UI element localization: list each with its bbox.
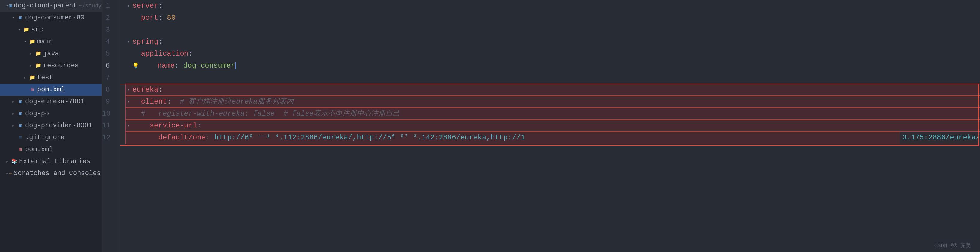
line-num-1: 1: [102, 0, 115, 12]
code-line-4: ▾ spring:: [126, 36, 980, 48]
sidebar-label: .gitignore: [25, 133, 65, 143]
sidebar-item-gitignore[interactable]: ≡ .gitignore: [0, 132, 102, 144]
project-sidebar: ▣ dog-cloud-parent ~/study/ideaStudy/ide…: [0, 0, 102, 252]
fold-spacer: [126, 51, 131, 57]
line-num-3: 3: [102, 24, 115, 36]
fold-btn-9[interactable]: ▾: [126, 99, 131, 105]
chevron-icon: [6, 157, 11, 166]
scratch-icon: ✏️: [9, 171, 12, 177]
editor-content: 1 2 3 4 5 6 7 8 9 10 11 12 ▾ server:: [102, 0, 980, 252]
module-icon: ▣: [18, 111, 23, 117]
sidebar-label: External Libraries: [19, 157, 91, 166]
chevron-icon: [12, 109, 17, 119]
sidebar-item-resources[interactable]: 📁 resources: [0, 60, 102, 72]
code-line-3: [126, 24, 980, 36]
url-continuation: 3.175:2886/eureka/: [900, 132, 980, 144]
chevron-icon: [24, 37, 29, 47]
line-num-2: 2: [102, 12, 115, 24]
line-num-4: 4: [102, 36, 115, 48]
sidebar-item-dog-provider-8001[interactable]: ▣ dog-provider-8001: [0, 120, 102, 132]
sidebar-item-dog-eureka-7001[interactable]: ▣ dog-eureka-7001: [0, 96, 102, 108]
yaml-key: server: [132, 0, 158, 12]
sidebar-item-dog-cloud-parent[interactable]: ▣ dog-cloud-parent ~/study/ideaStudy/ide…: [0, 0, 102, 12]
folder-icon: 📁: [29, 75, 35, 81]
watermark: CSDN ©® 充美: [934, 242, 971, 249]
code-line-7: [126, 72, 980, 84]
module-icon: ▣: [9, 3, 12, 9]
text-cursor: [235, 62, 236, 70]
code-line-12: defaultZone: http://6⁰ ⁻⁻¹ ⁴.112:2886/eu…: [126, 132, 980, 144]
fold-btn-11[interactable]: ▾: [126, 123, 131, 128]
module-icon: ▣: [18, 15, 23, 21]
sidebar-label: java: [43, 49, 59, 59]
line-num-11: 11: [102, 120, 115, 132]
module-icon: ▣: [18, 123, 23, 129]
code-line-1: ▾ server:: [126, 0, 980, 12]
code-line-6: 💡 name: dog-consumer: [126, 60, 980, 72]
folder-icon: 📁: [35, 51, 41, 57]
line-numbers: 1 2 3 4 5 6 7 8 9 10 11 12: [102, 0, 120, 252]
sidebar-label: pom.xml: [37, 85, 65, 95]
libraries-icon: 📚: [11, 158, 18, 165]
sidebar-item-java[interactable]: 📁 java: [0, 48, 102, 60]
line-num-5: 5: [102, 48, 115, 60]
sidebar-item-test[interactable]: 📁 test: [0, 72, 102, 84]
chevron-icon: [12, 97, 17, 106]
sidebar-label: test: [37, 73, 53, 82]
sidebar-label: dog-provider-8001: [25, 121, 92, 130]
sidebar-label: pom.xml: [25, 145, 53, 154]
chevron-icon: [12, 13, 17, 23]
chevron-icon: [6, 1, 8, 11]
module-icon: ▣: [18, 99, 23, 105]
code-line-10: # register-with-eureka: false # false表示不…: [126, 108, 980, 120]
line-num-8: 8: [102, 84, 115, 96]
code-line-11: ▾ service-url:: [126, 120, 980, 132]
chevron-icon: [30, 61, 35, 71]
fold-btn-4[interactable]: ▾: [126, 39, 131, 44]
fold-spacer: [126, 15, 131, 21]
xml-file-icon: m: [18, 147, 23, 153]
sidebar-label: resources: [43, 61, 79, 71]
sidebar-label: main: [37, 37, 53, 47]
sidebar-item-external-libraries[interactable]: 📚 External Libraries: [0, 155, 102, 168]
code-line-8: ▾ eureka:: [126, 84, 980, 96]
line-num-6: 6: [102, 60, 115, 72]
folder-icon: 📁: [29, 39, 35, 45]
folder-icon: 📁: [35, 63, 41, 69]
line-num-7: 7: [102, 72, 115, 84]
warning-icon: 💡: [132, 60, 139, 72]
sidebar-item-scratches[interactable]: ✏️ Scratches and Consoles: [0, 168, 102, 179]
sidebar-item-pom-xml[interactable]: m pom.xml: [0, 84, 102, 96]
sidebar-label: dog-po: [25, 109, 49, 119]
sidebar-label: dog-eureka-7001: [25, 97, 84, 106]
sidebar-item-src[interactable]: 📁 src: [0, 24, 102, 36]
sidebar-item-main[interactable]: 📁 main: [0, 36, 102, 48]
chevron-icon: [6, 169, 8, 178]
sidebar-item-dog-po[interactable]: ▣ dog-po: [0, 108, 102, 120]
gitignore-icon: ≡: [18, 135, 23, 141]
line-num-12: 12: [102, 132, 115, 144]
chevron-icon: [12, 121, 17, 130]
sidebar-label: dog-cloud-parent: [14, 1, 77, 11]
line-num-10: 10: [102, 108, 115, 120]
chevron-icon: [30, 49, 35, 59]
code-line-9: ▾ client: # 客户端注册进eureka服务列表内: [126, 96, 980, 108]
code-line-5: application:: [126, 48, 980, 60]
sidebar-label: src: [31, 25, 43, 35]
line-num-9: 9: [102, 96, 115, 108]
sidebar-label: dog-consumer-80: [25, 13, 84, 23]
sidebar-item-pom-root[interactable]: m pom.xml: [0, 144, 102, 155]
sidebar-label: Scratches and Consoles: [14, 169, 101, 178]
code-line-2: port: 80: [126, 12, 980, 24]
code-editor[interactable]: ▾ server: port: 80 ▾ spring: applicati: [120, 0, 980, 252]
chevron-icon: [18, 25, 23, 35]
sidebar-item-dog-consumer-80[interactable]: ▣ dog-consumer-80: [0, 12, 102, 24]
xml-file-icon: m: [29, 87, 35, 93]
folder-icon: 📁: [23, 27, 29, 33]
fold-btn-1[interactable]: ▾: [126, 3, 131, 9]
fold-btn-8[interactable]: ▾: [126, 87, 131, 92]
sidebar-path: ~/study/ideaStudy/ideaS: [79, 1, 102, 11]
editor-area: 1 2 3 4 5 6 7 8 9 10 11 12 ▾ server:: [102, 0, 980, 252]
chevron-icon: [24, 73, 29, 82]
